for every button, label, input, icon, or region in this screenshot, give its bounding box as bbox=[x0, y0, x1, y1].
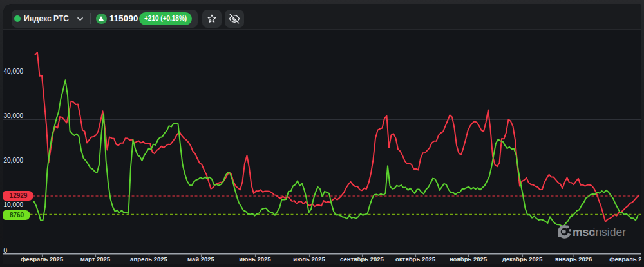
svg-text:insider: insider bbox=[593, 226, 627, 239]
svg-text:msc: msc bbox=[573, 226, 595, 239]
